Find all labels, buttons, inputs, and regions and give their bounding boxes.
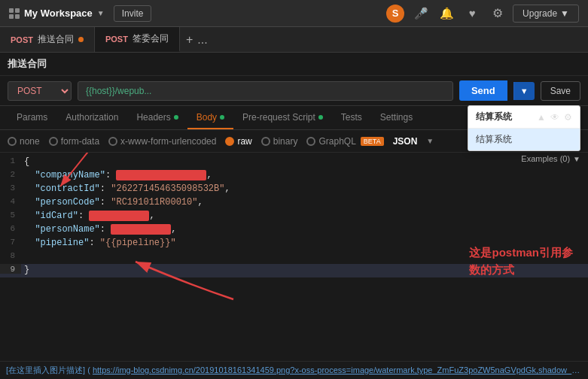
env-dropdown-wrapper: 结算系统 ▲ 👁 ⚙ 结算系统 Examples (0) ▼ — [468, 105, 580, 163]
send-button[interactable]: Send — [459, 80, 507, 101]
env-selected-label: 结算系统 — [476, 111, 512, 123]
code-line-8: 8 — [0, 250, 588, 264]
tab-more-button[interactable]: ... — [197, 33, 207, 47]
nav-icons: S 🎤 🔔 ♥ ⚙ — [386, 5, 507, 23]
prerequest-dot — [318, 115, 323, 120]
request-toolbar: POST GET PUT DELETE Send ▼ Save — [0, 76, 588, 106]
sub-tab-tests[interactable]: Tests — [332, 106, 371, 129]
bell-icon[interactable]: 🔔 — [437, 5, 455, 23]
line-num-4: 4 — [0, 196, 21, 206]
url-input[interactable] — [78, 81, 453, 101]
env-gear-icon[interactable]: ⚙ — [564, 112, 572, 123]
env-header-actions: ▲ 👁 ⚙ — [537, 112, 572, 123]
tab-method-label-2: POST — [105, 35, 128, 44]
radio-binary — [261, 137, 270, 146]
env-dropdown-header: 结算系统 ▲ 👁 ⚙ — [468, 106, 580, 129]
line-num-5: 5 — [0, 210, 21, 220]
tab-actions: + ... — [180, 27, 214, 52]
code-line-4: 4 "personCode": "RC191011R00010", — [0, 196, 588, 210]
main-content: 推送合同 POST GET PUT DELETE Send ▼ Save 结算系… — [0, 53, 588, 379]
section-title: 推送合同 — [8, 58, 47, 69]
code-editor[interactable]: 1 { 2 "companyName": , 3 "contractId": "… — [0, 153, 588, 361]
top-nav: My Workspace ▼ Invite S 🎤 🔔 ♥ ⚙ Upgrade … — [0, 0, 588, 27]
line-content-3: "contractId": "262271454635098532B", — [21, 183, 588, 195]
code-line-7: 7 "pipeline": "{{pipeline}}" — [0, 237, 588, 250]
radio-formdata — [49, 137, 58, 146]
line-content-6: "personName": , — [21, 223, 588, 235]
examples-row: Examples (0) ▼ — [468, 154, 580, 163]
upgrade-button[interactable]: Upgrade ▼ — [513, 5, 579, 23]
tab-method-label: POST — [11, 35, 33, 44]
code-editor-area: 1 { 2 "companyName": , 3 "contractId": "… — [0, 153, 588, 361]
examples-arrow[interactable]: ▼ — [573, 155, 580, 163]
body-type-graphql[interactable]: GraphQL BETA — [306, 136, 383, 147]
bottom-link-text[interactable]: [在这里插入图片描述] — [6, 365, 85, 374]
bottom-url-link[interactable]: https://img-blog.csdnimg.cn/201910181613… — [93, 365, 588, 374]
env-dropdown-panel: 结算系统 ▲ 👁 ⚙ 结算系统 — [468, 105, 580, 151]
headers-dot — [174, 115, 178, 120]
body-dot — [220, 115, 224, 120]
code-line-9: 9 } — [0, 264, 588, 277]
method-select[interactable]: POST GET PUT DELETE — [8, 81, 72, 101]
body-type-none[interactable]: none — [8, 136, 40, 147]
env-item-1[interactable]: 结算系统 — [468, 129, 580, 150]
code-line-5: 5 "idCard": , — [0, 210, 588, 223]
tab-add-button[interactable]: + — [186, 33, 193, 47]
send-dropdown-button[interactable]: ▼ — [513, 82, 535, 100]
tab-push-contract[interactable]: POST 推送合同 — [0, 27, 95, 52]
line-num-1: 1 — [0, 156, 21, 165]
bottom-bar: [在这里插入图片描述] ( https://img-blog.csdnimg.c… — [0, 361, 588, 379]
sub-tab-prerequest[interactable]: Pre-request Script — [233, 106, 332, 129]
tab-sign-contract[interactable]: POST 签委会同 — [95, 27, 180, 52]
section-header: 推送合同 — [0, 53, 588, 76]
line-num-6: 6 — [0, 223, 21, 233]
body-type-binary[interactable]: binary — [261, 136, 298, 147]
body-type-urlencoded[interactable]: x-www-form-urlencoded — [108, 136, 216, 147]
line-content-7: "pipeline": "{{pipeline}}" — [21, 237, 588, 249]
line-content-9: } — [21, 264, 588, 276]
invite-button[interactable]: Invite — [114, 5, 152, 22]
line-num-2: 2 — [0, 169, 21, 179]
tab-label-1: 推送合同 — [38, 33, 74, 46]
line-num-3: 3 — [0, 183, 21, 193]
tab-bar: POST 推送合同 POST 签委会同 + ... — [0, 27, 588, 53]
tab-label-2: 签委会同 — [133, 32, 169, 45]
radio-urlencoded — [108, 137, 117, 146]
code-line-6: 6 "personName": , — [0, 223, 588, 237]
line-content-2: "companyName": , — [21, 169, 588, 181]
nav-logo: My Workspace ▼ — [9, 8, 105, 19]
body-type-formdata[interactable]: form-data — [49, 136, 99, 147]
code-line-3: 3 "contractId": "262271454635098532B", — [0, 183, 588, 196]
save-button[interactable]: Save — [541, 81, 580, 101]
sub-tab-auth[interactable]: Authorization — [56, 106, 127, 129]
sub-tab-settings[interactable]: Settings — [371, 106, 422, 129]
microphone-icon[interactable]: 🎤 — [412, 5, 430, 23]
line-content-8 — [21, 250, 588, 252]
format-json-label: JSON — [393, 136, 418, 147]
format-dropdown-arrow[interactable]: ▼ — [426, 137, 434, 145]
workspace-label[interactable]: My Workspace — [24, 8, 93, 19]
body-type-raw[interactable]: raw — [225, 136, 251, 147]
radio-graphql — [306, 137, 315, 146]
bottom-url: ( — [87, 365, 90, 374]
line-num-7: 7 — [0, 237, 21, 247]
line-num-8: 8 — [0, 250, 21, 260]
user-avatar-button[interactable]: S — [386, 5, 404, 23]
code-line-2: 2 "companyName": , — [0, 169, 588, 183]
settings-icon[interactable]: ⚙ — [489, 5, 507, 23]
sub-tab-headers[interactable]: Headers — [127, 106, 187, 129]
env-eye-icon[interactable]: 👁 — [550, 112, 559, 123]
radio-raw — [225, 137, 234, 146]
env-arrow-icon[interactable]: ▲ — [537, 112, 546, 123]
workspace-dropdown-arrow[interactable]: ▼ — [97, 9, 105, 17]
sub-tab-body[interactable]: Body — [187, 106, 233, 129]
sub-tab-params[interactable]: Params — [8, 106, 56, 129]
examples-label: Examples (0) — [521, 154, 570, 163]
beta-badge: BETA — [361, 137, 384, 146]
heart-icon[interactable]: ♥ — [463, 5, 481, 23]
line-content-4: "personCode": "RC191011R00010", — [21, 196, 588, 208]
grid-icon — [9, 8, 20, 19]
tab-dot-1 — [78, 37, 84, 42]
line-content-5: "idCard": , — [21, 210, 588, 222]
line-num-9: 9 — [0, 264, 21, 274]
